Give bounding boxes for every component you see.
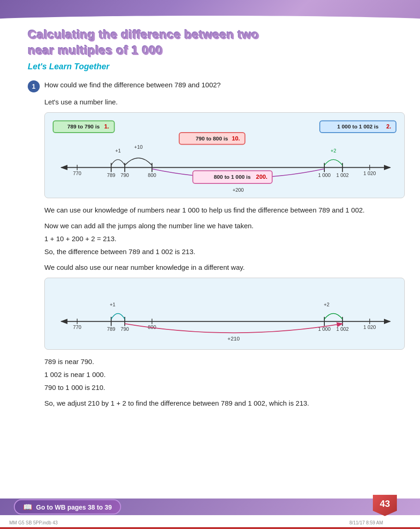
svg-text:1 000 to 1 002 is: 1 000 to 1 002 is bbox=[337, 123, 379, 129]
question-text: How could we find the difference between… bbox=[44, 80, 221, 91]
number-line-svg-2: 770 789 790 800 1 000 1 002 1 020 +1 + bbox=[52, 285, 397, 345]
go-to-wb-label: Go to WB pages 38 to 39 bbox=[36, 503, 112, 511]
top-decorative-bar bbox=[0, 0, 420, 22]
svg-text:1 020: 1 020 bbox=[364, 170, 376, 176]
svg-text:1.: 1. bbox=[104, 123, 109, 130]
svg-text:789 to 790 is: 789 to 790 is bbox=[67, 123, 100, 129]
svg-text:770: 770 bbox=[73, 170, 81, 176]
footer-bottom-right: 8/11/17 8:59 AM bbox=[349, 520, 383, 525]
svg-text:800 to 1 000 is: 800 to 1 000 is bbox=[214, 174, 251, 180]
page-number: 43 bbox=[380, 499, 390, 509]
paragraph-2-block: Now we can add all the jumps along the n… bbox=[44, 220, 392, 257]
question-1-block: 1 How could we find the difference betwe… bbox=[28, 80, 392, 92]
svg-text:+200: +200 bbox=[232, 187, 243, 192]
svg-text:790 to 800 is: 790 to 800 is bbox=[196, 135, 228, 141]
svg-text:770: 770 bbox=[73, 324, 81, 330]
go-to-wb-container: 📖 Go to WB pages 38 to 39 bbox=[14, 499, 121, 515]
bottom-section: 📖 Go to WB pages 38 to 39 43 MM G5 SB 5P… bbox=[0, 498, 420, 529]
svg-text:200.: 200. bbox=[256, 173, 268, 180]
svg-text:+2: +2 bbox=[330, 148, 336, 153]
svg-text:789: 789 bbox=[107, 172, 116, 178]
question-number: 1 bbox=[28, 80, 40, 92]
svg-text:+210: +210 bbox=[227, 335, 240, 341]
svg-text:2.: 2. bbox=[386, 123, 391, 130]
number-line-box-1: 770 789 790 800 1 000 1 002 1 020 bbox=[44, 112, 405, 198]
svg-text:10.: 10. bbox=[232, 134, 240, 141]
diagram-2-container: 770 789 790 800 1 000 1 002 1 020 +1 + bbox=[44, 278, 392, 350]
svg-text:790: 790 bbox=[121, 326, 129, 332]
svg-text:+2: +2 bbox=[324, 302, 329, 307]
svg-text:800: 800 bbox=[148, 172, 156, 178]
svg-text:1 000: 1 000 bbox=[318, 172, 330, 178]
book-icon: 📖 bbox=[23, 503, 32, 511]
svg-text:+1: +1 bbox=[110, 302, 115, 307]
number-line-svg-1: 770 789 790 800 1 000 1 002 1 020 bbox=[52, 119, 397, 193]
go-to-wb-button[interactable]: 📖 Go to WB pages 38 to 39 bbox=[14, 499, 121, 515]
bottom-red-bar bbox=[0, 527, 420, 529]
svg-text:790: 790 bbox=[121, 172, 129, 178]
svg-text:+1: +1 bbox=[115, 148, 121, 153]
subtitle: Let's Learn Together bbox=[28, 62, 392, 72]
paragraph-1: We can use our knowledge of numbers near… bbox=[44, 205, 392, 216]
footer-bottom-left: MM G5 SB 5PP.indb 43 bbox=[9, 520, 58, 525]
lets-use-text: Let's use a number line. bbox=[44, 98, 392, 106]
main-title: Calculating the difference between two n… bbox=[28, 27, 392, 58]
svg-text:1 002: 1 002 bbox=[336, 172, 349, 178]
svg-text:+10: +10 bbox=[134, 144, 142, 150]
number-line-box-2: 770 789 790 800 1 000 1 002 1 020 +1 + bbox=[44, 278, 405, 350]
svg-text:1 002: 1 002 bbox=[336, 326, 349, 332]
svg-text:1 020: 1 020 bbox=[364, 324, 376, 330]
near-numbers-block: 789 is near 790. 1 002 is near 1 000. 79… bbox=[44, 356, 392, 393]
footer-strip: 📖 Go to WB pages 38 to 39 bbox=[0, 499, 420, 515]
near-conclusion: So, we adjust 210 by 1 + 2 to find the d… bbox=[44, 398, 392, 409]
diagram-1-container: 770 789 790 800 1 000 1 002 1 020 bbox=[44, 112, 392, 198]
paragraph-3: We could also use our near number knowle… bbox=[44, 262, 392, 273]
svg-text:789: 789 bbox=[107, 326, 116, 332]
